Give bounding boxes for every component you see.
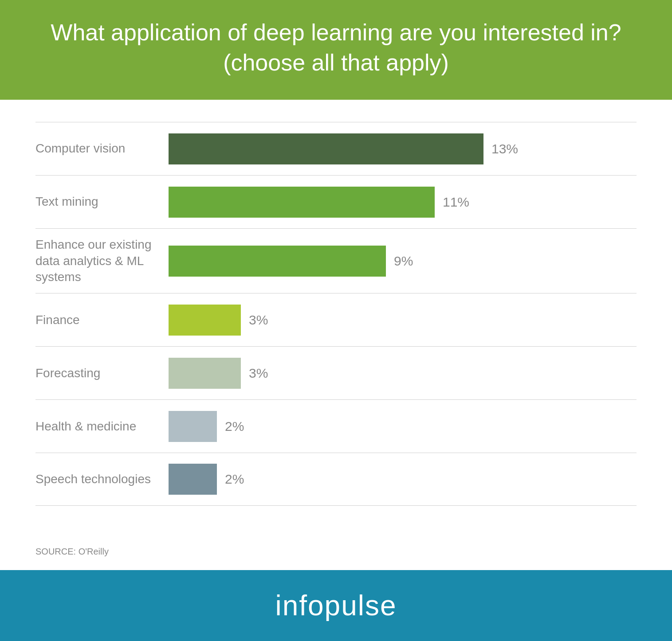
bar-pct-health: 2% <box>225 419 244 434</box>
bar-health <box>169 411 217 442</box>
brand-name: infopulse <box>275 589 397 622</box>
bar-container-finance: 3% <box>169 305 637 336</box>
bar-label-enhance: Enhance our existing data analytics & ML… <box>35 237 169 285</box>
bar-row-text-mining: Text mining11% <box>35 175 637 228</box>
source-label: SOURCE: O'Reilly <box>35 538 637 557</box>
chart-area: Computer vision13%Text mining11%Enhance … <box>35 117 637 538</box>
bar-label-speech: Speech technologies <box>35 471 169 487</box>
bar-enhance <box>169 246 386 277</box>
bar-row-health: Health & medicine2% <box>35 399 637 453</box>
bar-row-computer-vision: Computer vision13% <box>35 122 637 175</box>
bar-computer-vision <box>169 133 483 164</box>
chart-title: What application of deep learning are yo… <box>27 18 645 78</box>
bar-container-health: 2% <box>169 411 637 442</box>
bar-pct-computer-vision: 13% <box>491 141 518 156</box>
bar-forecasting <box>169 358 241 389</box>
bar-label-text-mining: Text mining <box>35 194 169 210</box>
bar-pct-finance: 3% <box>249 313 268 328</box>
bar-row-finance: Finance3% <box>35 293 637 346</box>
bar-finance <box>169 305 241 336</box>
bar-speech <box>169 464 217 495</box>
bar-label-computer-vision: Computer vision <box>35 141 169 156</box>
chart-header: What application of deep learning are yo… <box>0 0 672 100</box>
bar-container-speech: 2% <box>169 464 637 495</box>
bar-row-enhance: Enhance our existing data analytics & ML… <box>35 228 637 293</box>
bar-container-enhance: 9% <box>169 246 637 277</box>
bar-row-speech: Speech technologies2% <box>35 453 637 506</box>
bar-label-health: Health & medicine <box>35 418 169 434</box>
bar-label-forecasting: Forecasting <box>35 365 169 381</box>
bar-container-computer-vision: 13% <box>169 133 637 164</box>
bar-container-text-mining: 11% <box>169 187 637 218</box>
bar-row-forecasting: Forecasting3% <box>35 346 637 399</box>
bar-pct-enhance: 9% <box>394 254 413 269</box>
bar-text-mining <box>169 187 435 218</box>
footer: infopulse <box>0 570 672 641</box>
bar-container-forecasting: 3% <box>169 358 637 389</box>
bar-pct-text-mining: 11% <box>443 195 469 210</box>
main-content: Computer vision13%Text mining11%Enhance … <box>0 100 672 570</box>
bar-label-finance: Finance <box>35 312 169 328</box>
bar-pct-speech: 2% <box>225 472 244 487</box>
bar-pct-forecasting: 3% <box>249 366 268 381</box>
